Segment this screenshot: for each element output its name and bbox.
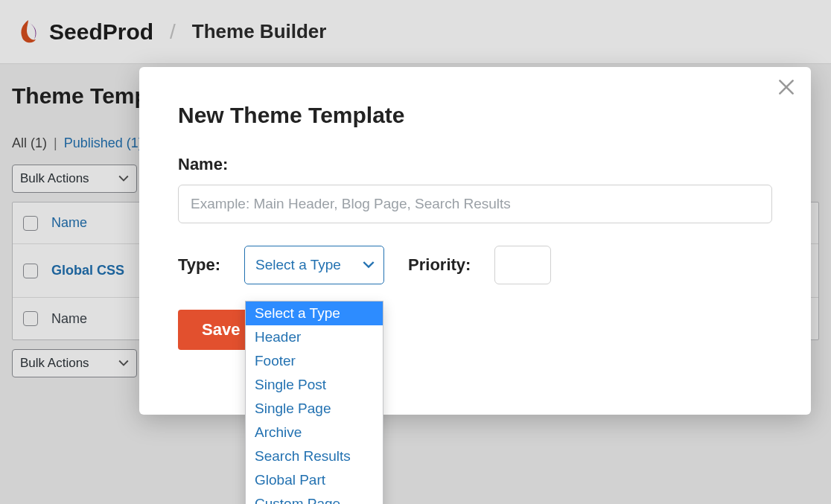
type-option[interactable]: Single Post bbox=[246, 373, 383, 397]
name-input[interactable] bbox=[178, 185, 772, 223]
priority-label: Priority: bbox=[408, 255, 471, 275]
chevron-down-icon bbox=[363, 259, 375, 271]
type-option[interactable]: Footer bbox=[246, 349, 383, 373]
modal-title: New Theme Template bbox=[178, 103, 772, 128]
new-template-modal: New Theme Template Name: Type: Select a … bbox=[139, 67, 811, 415]
type-option[interactable]: Header bbox=[246, 325, 383, 349]
type-option[interactable]: Search Results bbox=[246, 444, 383, 468]
close-icon[interactable] bbox=[777, 77, 796, 97]
type-label: Type: bbox=[178, 255, 220, 275]
type-option[interactable]: Single Page bbox=[246, 397, 383, 421]
type-option[interactable]: Select a Type bbox=[246, 302, 383, 325]
type-dropdown-list: Select a Type Header Footer Single Post … bbox=[245, 301, 383, 504]
type-option[interactable]: Global Part bbox=[246, 468, 383, 492]
type-option[interactable]: Custom Page bbox=[246, 492, 383, 504]
type-select[interactable]: Select a Type bbox=[244, 246, 384, 284]
priority-input[interactable] bbox=[494, 246, 551, 284]
type-option[interactable]: Archive bbox=[246, 421, 383, 444]
name-label: Name: bbox=[178, 155, 772, 174]
